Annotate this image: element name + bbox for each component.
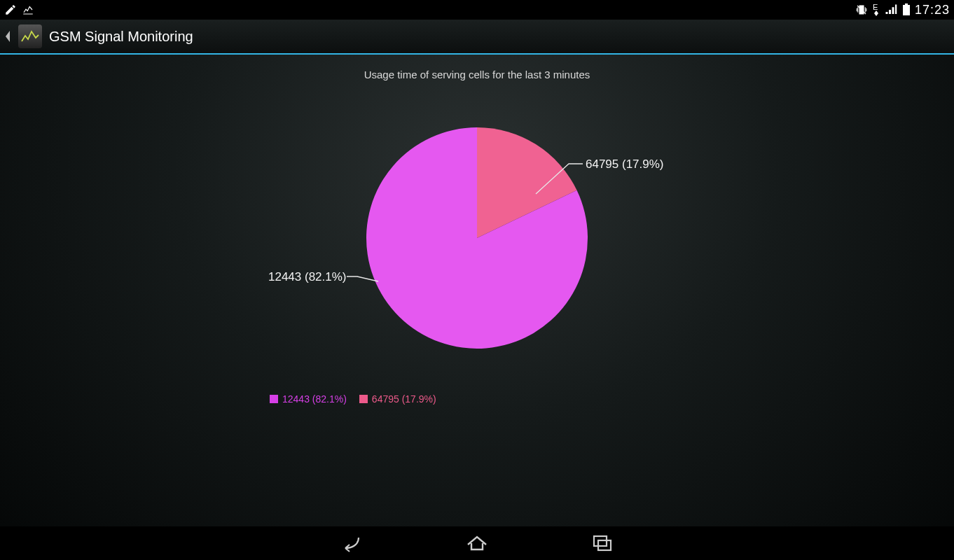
pencil-icon [4,4,17,16]
battery-icon [902,4,911,16]
status-clock: 17:23 [915,3,950,18]
nav-home-button[interactable] [463,529,491,557]
svg-rect-1 [903,5,910,15]
vibrate-icon [855,4,869,16]
legend-swatch-b [359,395,368,403]
back-caret-icon[interactable] [4,29,11,43]
navigation-bar [0,526,954,560]
status-bar: E 17:23 [0,0,954,20]
chart-label-b: 64795 (17.9%) [586,158,664,172]
app-icon[interactable] [18,24,42,48]
legend-label-a: 12443 (82.1%) [282,393,347,405]
leader-lines [266,119,686,364]
legend-swatch-a [270,395,278,403]
nav-recent-button[interactable] [589,529,617,557]
network-type-label: E [873,4,880,16]
chart-legend: 12443 (82.1%) 64795 (17.9%) [270,393,436,405]
chart-label-a: 12443 (82.1%) [268,270,347,284]
legend-item-b: 64795 (17.9%) [359,393,436,405]
action-bar: GSM Signal Monitoring [0,20,954,55]
chart-title: Usage time of serving cells for the last… [0,69,954,80]
signal-icon [884,4,898,16]
nav-back-button[interactable] [337,529,365,557]
chart-line-icon [21,4,35,16]
legend-label-b: 64795 (17.9%) [372,393,436,405]
app-title: GSM Signal Monitoring [49,29,193,45]
legend-item-a: 12443 (82.1%) [270,393,347,405]
svg-rect-2 [905,4,908,5]
